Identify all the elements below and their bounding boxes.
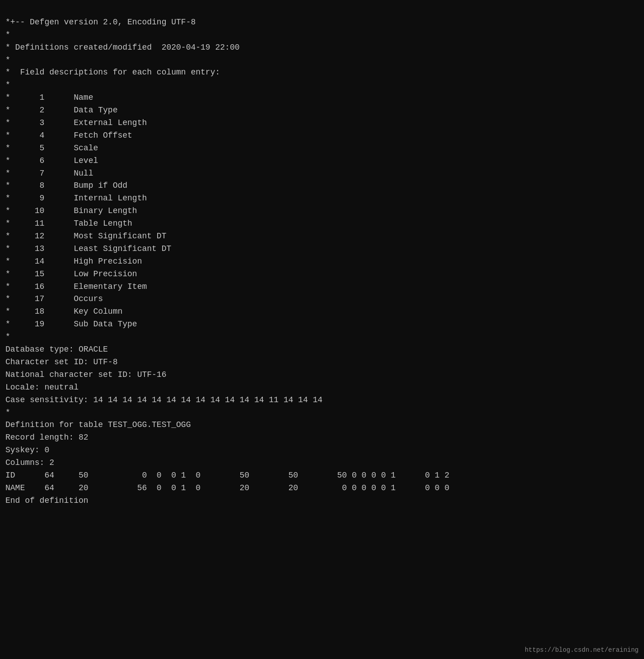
terminal-line: * 5 Scale: [5, 142, 639, 155]
terminal-line: Definition for table TEST_OGG.TEST_OGG: [5, 419, 639, 432]
terminal-line: * 19 Sub Data Type: [5, 318, 639, 331]
terminal-line: NAME 64 20 56 0 0 1 0 20 20 0 0 0 0 0 1 …: [5, 482, 639, 495]
terminal-line: * Field descriptions for each column ent…: [5, 66, 639, 79]
terminal-line: * 18 Key Column: [5, 306, 639, 318]
terminal-line: Columns: 2: [5, 457, 639, 469]
terminal-line: * 16 Elementary Item: [5, 281, 639, 293]
terminal-line: * 10 Binary Length: [5, 205, 639, 218]
terminal-line: National character set ID: UTF-16: [5, 369, 639, 381]
terminal-line: * 15 Low Precision: [5, 268, 639, 281]
terminal-line: *+-- Defgen version 2.0, Encoding UTF-8: [5, 16, 639, 29]
watermark: https://blog.csdn.net/eraining: [525, 645, 639, 655]
terminal-line: * 2 Data Type: [5, 104, 639, 117]
terminal-line: Case sensitivity: 14 14 14 14 14 14 14 1…: [5, 394, 639, 407]
terminal-line: * 6 Level: [5, 155, 639, 167]
terminal-line: * 7 Null: [5, 167, 639, 180]
terminal-line: Locale: neutral: [5, 381, 639, 394]
terminal-line: * 3 External Length: [5, 117, 639, 130]
terminal-line: *: [5, 79, 639, 92]
terminal-line: * 1 Name: [5, 92, 639, 104]
terminal-line: End of definition: [5, 495, 639, 507]
terminal-line: * 11 Table Length: [5, 218, 639, 230]
terminal-line: * 14 High Precision: [5, 255, 639, 268]
terminal-line: * 12 Most Significant DT: [5, 230, 639, 243]
terminal-line: * 8 Bump if Odd: [5, 180, 639, 192]
terminal-line: * 13 Least Significant DT: [5, 243, 639, 255]
terminal-line: Character set ID: UTF-8: [5, 356, 639, 369]
terminal-line: *: [5, 54, 639, 67]
terminal-output: *+-- Defgen version 2.0, Encoding UTF-8*…: [5, 4, 639, 507]
terminal-line: * 4 Fetch Offset: [5, 130, 639, 142]
terminal-line: Database type: ORACLE: [5, 343, 639, 356]
terminal-line: *: [5, 407, 639, 419]
terminal-line: * 9 Internal Length: [5, 192, 639, 205]
terminal-line: *: [5, 331, 639, 343]
terminal-line: Record length: 82: [5, 432, 639, 444]
terminal-line: * Definitions created/modified 2020-04-1…: [5, 42, 639, 54]
terminal-line: * 17 Occurs: [5, 293, 639, 306]
terminal-line: ID 64 50 0 0 0 1 0 50 50 50 0 0 0 0 1 0 …: [5, 469, 639, 482]
terminal-line: Syskey: 0: [5, 444, 639, 457]
terminal-line: *: [5, 29, 639, 42]
